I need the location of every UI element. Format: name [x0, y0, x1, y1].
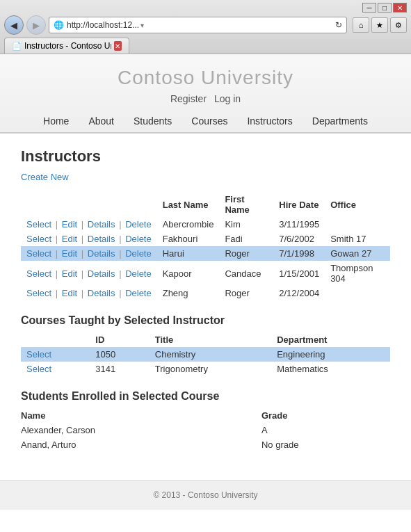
row-hire-date-2: 7/1/1998 [273, 246, 325, 261]
students-col-grade: Grade [261, 408, 390, 423]
action-edit-4[interactable]: Edit [62, 288, 77, 298]
action-select-2[interactable]: Select [26, 248, 51, 259]
row-first-name-3: Candace [219, 261, 273, 286]
students-section-heading: Students Enrolled in Selected Course [21, 390, 390, 403]
students-header-row: Name Grade [21, 408, 390, 423]
create-new-link[interactable]: Create New [21, 172, 69, 182]
course-title-1: Trigonometry [150, 362, 271, 376]
row-actions-2: Select | Edit | Details | Delete [21, 246, 157, 261]
instructors-row-3: Select | Edit | Details | DeleteKapoorCa… [21, 261, 390, 286]
register-link[interactable]: Register [170, 93, 207, 104]
close-button[interactable]: ✕ [393, 3, 407, 13]
favorites-button[interactable]: ★ [371, 17, 388, 33]
row-actions-0: Select | Edit | Details | Delete [21, 217, 157, 232]
back-button[interactable]: ◀ [4, 15, 24, 35]
nav-home[interactable]: Home [43, 115, 69, 127]
pipe: | [53, 288, 61, 298]
row-hire-date-1: 7/6/2002 [273, 232, 325, 246]
login-link[interactable]: Log in [214, 93, 241, 104]
pipe: | [53, 219, 61, 229]
action-delete-4[interactable]: Delete [125, 288, 152, 298]
row-first-name-2: Roger [219, 246, 273, 261]
row-actions-1: Select | Edit | Details | Delete [21, 232, 157, 246]
nav-instructors[interactable]: Instructors [247, 115, 292, 127]
action-details-4[interactable]: Details [88, 288, 115, 298]
action-details-1[interactable]: Details [88, 234, 115, 244]
instructors-header-row: Last Name First Name Hire Date Office [21, 192, 390, 217]
col-hire-date: Hire Date [273, 192, 325, 217]
auth-links: Register Log in [0, 93, 411, 104]
courses-col-select [21, 332, 90, 347]
page-wrapper: Contoso University Register Log in Home … [0, 54, 411, 532]
action-delete-2[interactable]: Delete [125, 248, 152, 259]
nav-courses[interactable]: Courses [191, 115, 227, 127]
forward-button[interactable]: ▶ [26, 15, 46, 35]
address-icon: 🌐 [54, 20, 64, 30]
action-delete-1[interactable]: Delete [125, 234, 152, 244]
pipe: | [53, 248, 61, 259]
action-select-1[interactable]: Select [26, 234, 51, 244]
col-first-name: First Name [219, 192, 273, 217]
row-hire-date-3: 1/15/2001 [273, 261, 325, 286]
window-buttons[interactable]: ─ □ ✕ [362, 3, 407, 13]
address-bar-row: ◀ ▶ 🌐 http://localhost:12... ▾ ↻ ⌂ ★ ⚙ [4, 15, 407, 35]
footer-text: © 2013 - Contoso University [153, 490, 257, 500]
row-last-name-1: Fakhouri [157, 232, 220, 246]
col-office: Office [325, 192, 390, 217]
students-row-1: Anand, ArturoNo grade [21, 437, 390, 452]
action-select-3[interactable]: Select [26, 268, 51, 279]
courses-row-0: Select1050ChemistryEngineering [21, 347, 390, 362]
minimize-button[interactable]: ─ [362, 3, 376, 13]
row-last-name-0: Abercrombie [157, 217, 220, 232]
instructors-row-4: Select | Edit | Details | DeleteZhengRog… [21, 286, 390, 300]
nav-departments[interactable]: Departments [312, 115, 368, 127]
nav-about[interactable]: About [88, 115, 114, 127]
action-edit-1[interactable]: Edit [62, 234, 77, 244]
instructors-row-1: Select | Edit | Details | DeleteFakhouri… [21, 232, 390, 246]
page-heading: Instructors [21, 147, 390, 166]
col-actions [21, 192, 157, 217]
pipe: | [117, 288, 124, 298]
site-footer: © 2013 - Contoso University [0, 480, 411, 510]
student-name-0: Alexander, Carson [21, 423, 261, 437]
tab-close-button[interactable]: ✕ [114, 41, 122, 51]
action-delete-3[interactable]: Delete [125, 268, 152, 279]
course-department-1: Mathematics [271, 362, 390, 376]
row-office-4 [325, 286, 390, 300]
action-edit-3[interactable]: Edit [62, 268, 77, 279]
action-select-0[interactable]: Select [26, 219, 51, 229]
nav-students[interactable]: Students [134, 115, 172, 127]
address-text: http://localhost:12... [67, 20, 139, 30]
pipe: | [53, 268, 61, 279]
row-last-name-4: Zheng [157, 286, 220, 300]
action-details-3[interactable]: Details [88, 268, 115, 279]
settings-button[interactable]: ⚙ [390, 17, 407, 33]
site-title: Contoso University [0, 67, 411, 89]
row-last-name-2: Harui [157, 246, 220, 261]
action-edit-0[interactable]: Edit [62, 219, 77, 229]
maximize-button[interactable]: □ [378, 3, 392, 13]
courses-select-0[interactable]: Select [26, 349, 51, 360]
action-delete-0[interactable]: Delete [125, 219, 152, 229]
students-col-name: Name [21, 408, 261, 423]
courses-row-1: Select3141TrigonometryMathematics [21, 362, 390, 376]
action-edit-2[interactable]: Edit [62, 248, 77, 259]
home-button[interactable]: ⌂ [353, 17, 369, 33]
col-last-name: Last Name [157, 192, 220, 217]
browser-tab[interactable]: 📄 Instructors - Contoso Unive... ✕ [4, 38, 129, 54]
pipe: | [79, 234, 86, 244]
row-office-2: Gowan 27 [325, 246, 390, 261]
action-select-4[interactable]: Select [26, 288, 51, 298]
action-details-2[interactable]: Details [88, 248, 115, 259]
pipe: | [117, 219, 124, 229]
pipe: | [53, 234, 61, 244]
students-row-0: Alexander, CarsonA [21, 423, 390, 437]
refresh-icon[interactable]: ↻ [335, 20, 342, 30]
row-office-3: Thompson 304 [325, 261, 390, 286]
address-bar[interactable]: 🌐 http://localhost:12... ▾ ↻ [49, 17, 347, 33]
courses-select-1[interactable]: Select [26, 364, 51, 374]
row-actions-3: Select | Edit | Details | Delete [21, 261, 157, 286]
action-details-0[interactable]: Details [88, 219, 115, 229]
pipe: | [117, 248, 124, 259]
students-table: Name Grade Alexander, CarsonAAnand, Artu… [21, 408, 390, 452]
